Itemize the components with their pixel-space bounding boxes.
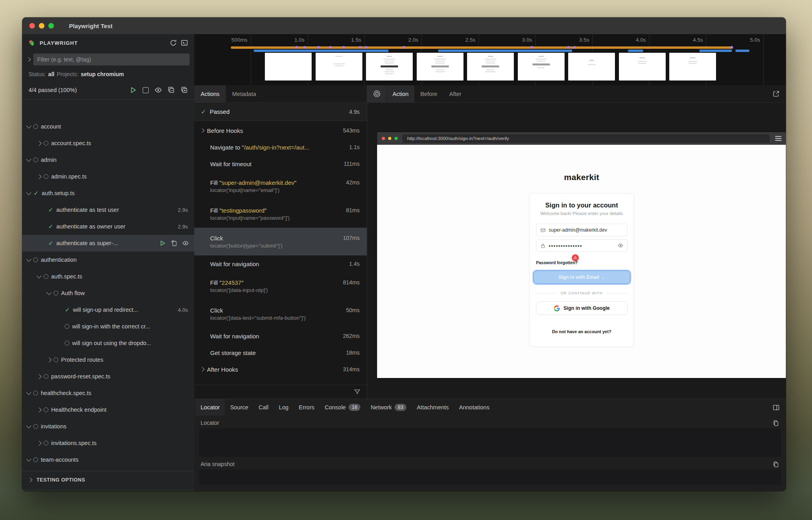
tab-before[interactable]: Before	[414, 85, 443, 102]
chevron-down-icon[interactable]	[26, 390, 31, 395]
tab-source[interactable]: Source	[225, 399, 253, 416]
copy-icon[interactable]	[773, 461, 779, 467]
close-window-button[interactable]	[29, 23, 35, 29]
minimize-window-button[interactable]	[39, 23, 44, 29]
tree-item-account[interactable]: account	[22, 118, 194, 135]
collapse-all-icon[interactable]	[168, 86, 175, 94]
chevron-down-icon[interactable]	[26, 257, 31, 262]
tree-item-invitations-spec[interactable]: invitations.spec.ts	[22, 435, 194, 451]
expand-all-icon[interactable]	[181, 86, 188, 94]
tree-item-signup-redirect[interactable]: will sign-up and redirect...4.0s	[22, 301, 194, 318]
tree-item-auth-test-user[interactable]: authenticate as test user2.9s	[22, 201, 194, 218]
chevron-down-icon[interactable]	[26, 423, 31, 428]
film-strip-frame[interactable]	[619, 53, 666, 81]
tree-item-admin-spec[interactable]: admin.spec.ts	[22, 168, 194, 185]
film-strip-frame[interactable]	[417, 53, 463, 81]
tree-item-admin[interactable]: admin	[22, 152, 194, 168]
forgot-password-link[interactable]: Password forgotten?	[536, 260, 578, 265]
tab-console[interactable]: Console16	[320, 399, 366, 416]
action-fill-otp[interactable]: Fill "224537" 814ms locator('[data-input…	[194, 272, 367, 300]
run-all-button[interactable]	[130, 86, 137, 94]
tree-item-password-reset-spec[interactable]: password-reset.spec.ts	[22, 368, 194, 385]
tab-call[interactable]: Call	[253, 399, 274, 416]
split-view-icon[interactable]	[773, 404, 786, 411]
locator-editor[interactable]	[199, 428, 781, 457]
tab-locator[interactable]: Locator	[195, 399, 225, 416]
page-snapshot[interactable]: http://localhost:3000/auth/sign-in?next=…	[377, 132, 786, 378]
email-field[interactable]: super-admin@makerkit.dev	[536, 224, 628, 236]
copy-icon[interactable]	[773, 420, 779, 426]
chevron-down-icon[interactable]	[26, 457, 31, 462]
film-strip-frame[interactable]	[467, 53, 514, 81]
action-click-mfa[interactable]: Click 50ms locator('[data-test="submit-m…	[194, 300, 367, 328]
tab-network[interactable]: Network83	[366, 399, 412, 416]
chevron-down-icon[interactable]	[36, 273, 42, 278]
trace-timeline[interactable]: 500ms 1.0s 1.5s 2.0s 2.5s 3.0s 3.5s 4.0s…	[194, 34, 786, 86]
tree-item-team-accounts[interactable]: team-accounts	[22, 451, 194, 468]
projects-value[interactable]: setup chromium	[81, 71, 124, 77]
terminal-icon[interactable]	[181, 39, 188, 46]
film-strip-frame[interactable]	[568, 53, 615, 81]
tree-item-auth-spec[interactable]: auth.spec.ts	[22, 268, 194, 285]
tree-item-signout-dropdown[interactable]: will sign out using the dropdo...	[22, 335, 194, 351]
password-field[interactable]: ••••••••••••••	[536, 239, 628, 252]
signup-prompt-link[interactable]: Do not have an account yet?	[530, 329, 634, 334]
chevron-right-icon[interactable]	[36, 407, 42, 413]
source-file-icon[interactable]	[171, 240, 177, 246]
show-password-eye-icon[interactable]	[618, 243, 623, 248]
tree-item-healthcheck-endpoint[interactable]: Healthcheck endpoint	[22, 401, 194, 418]
tab-log[interactable]: Log	[274, 399, 293, 416]
tree-item-protected-routes[interactable]: Protected routes	[22, 351, 194, 368]
action-fill-password[interactable]: Fill "testingpassword" 81ms locator('inp…	[194, 200, 367, 228]
tree-item-auth-owner-user[interactable]: authenticate as owner user2.9s	[22, 218, 194, 235]
action-after-hooks[interactable]: After Hooks 314ms	[194, 361, 367, 378]
tree-item-account-spec[interactable]: account.spec.ts	[22, 135, 194, 152]
chevron-right-icon[interactable]	[46, 357, 52, 363]
action-wait-navigation-2[interactable]: Wait for navigation 262ms	[194, 328, 367, 344]
run-test-icon[interactable]	[159, 240, 166, 246]
pick-locator-target-icon[interactable]	[367, 85, 387, 102]
watch-eye-icon[interactable]	[182, 240, 189, 246]
filter-input[interactable]	[33, 54, 190, 65]
aria-snapshot-editor[interactable]	[199, 470, 781, 485]
action-before-hooks[interactable]: Before Hooks 543ms	[194, 122, 367, 139]
tab-actions[interactable]: Actions	[194, 85, 226, 102]
action-fill-email[interactable]: Fill "super-admin@makerkit.dev" 42ms loc…	[194, 172, 367, 200]
chevron-down-icon[interactable]	[46, 290, 52, 295]
film-strip-frame[interactable]	[518, 53, 565, 81]
chevron-down-icon[interactable]	[26, 123, 31, 129]
tree-item-auth-setup[interactable]: auth.setup.ts	[22, 185, 194, 201]
tree-item-invitations[interactable]: invitations	[22, 418, 194, 435]
tree-item-signin-correct[interactable]: will sign-in with the correct cr...	[22, 318, 194, 335]
tab-action[interactable]: Action	[387, 85, 414, 102]
open-external-icon[interactable]	[773, 85, 786, 102]
film-strip-frame[interactable]	[265, 53, 312, 81]
chevron-right-icon[interactable]	[36, 441, 42, 446]
tree-item-healthcheck-spec[interactable]: healthcheck.spec.ts	[22, 385, 194, 401]
chevron-right-icon[interactable]	[36, 141, 42, 146]
chevron-right-icon[interactable]	[36, 174, 42, 179]
signin-email-button[interactable]: Sign in with Email →	[533, 271, 630, 284]
tab-metadata[interactable]: Metadata	[226, 85, 262, 102]
filter-funnel-icon[interactable]	[354, 389, 360, 395]
tab-attachments[interactable]: Attachments	[412, 399, 454, 416]
chevron-down-icon[interactable]	[26, 157, 31, 162]
tab-errors[interactable]: Errors	[294, 399, 320, 416]
signin-google-button[interactable]: Sign in with Google	[536, 301, 628, 315]
film-strip-frame[interactable]	[669, 53, 716, 81]
maximize-window-button[interactable]	[48, 23, 54, 29]
action-get-storage-state[interactable]: Get storage state 18ms	[194, 344, 367, 361]
chevron-right-icon[interactable]	[36, 374, 42, 379]
action-click-submit[interactable]: Click 107ms locator('button[type="submit…	[194, 228, 367, 255]
tree-item-auth-super-admin[interactable]: authenticate as super-...	[22, 235, 194, 251]
stop-button[interactable]	[143, 87, 149, 93]
film-strip-frame[interactable]	[366, 53, 413, 81]
action-wait-navigation[interactable]: Wait for navigation 1.4s	[194, 255, 367, 272]
tab-after[interactable]: After	[443, 85, 467, 102]
watch-eye-icon[interactable]	[155, 86, 162, 94]
chevron-down-icon[interactable]	[26, 190, 31, 195]
section-settings[interactable]: SETTINGS	[22, 490, 194, 491]
film-strip-frame[interactable]	[316, 53, 362, 81]
tree-item-auth-flow[interactable]: Auth flow	[22, 285, 194, 301]
section-testing-options[interactable]: TESTING OPTIONS	[22, 471, 194, 489]
